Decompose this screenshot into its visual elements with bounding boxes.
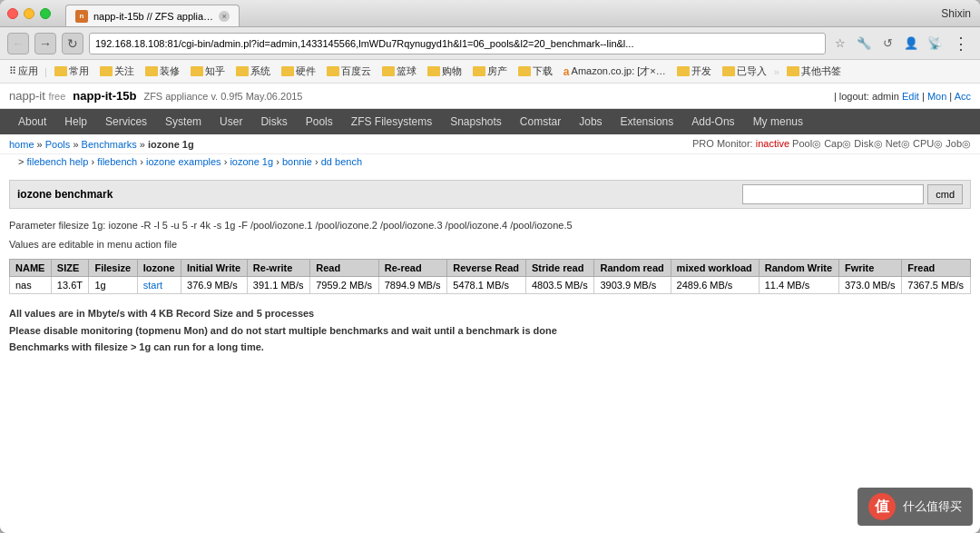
col-size: SIZE bbox=[51, 260, 89, 277]
forward-button[interactable]: → bbox=[34, 33, 56, 54]
folder-icon bbox=[327, 66, 339, 76]
acc-link[interactable]: Acc bbox=[955, 91, 971, 102]
nappit-free-label: free bbox=[48, 91, 65, 102]
cell-reread: 7894.9 MB/s bbox=[378, 277, 447, 294]
sub-filebench-help[interactable]: filebench help bbox=[26, 156, 88, 167]
bookmark-下载[interactable]: 下载 bbox=[514, 63, 557, 80]
bookmark-开发[interactable]: 开发 bbox=[672, 63, 716, 80]
col-iozone: Iozone bbox=[137, 260, 181, 277]
bookmark-装修[interactable]: 装修 bbox=[141, 63, 184, 80]
profile-icon[interactable]: 👤 bbox=[902, 35, 920, 53]
apps-button[interactable]: ⠿ 应用 bbox=[5, 63, 42, 80]
minimize-button[interactable] bbox=[24, 8, 34, 19]
bookmark-star-icon[interactable]: ☆ bbox=[831, 35, 849, 53]
nappit-auth-links: | logout: admin Edit | Mon | Acc bbox=[834, 91, 971, 102]
nav-extensions[interactable]: Extensions bbox=[612, 109, 683, 134]
col-random-write: Random Write bbox=[759, 260, 838, 277]
sub-iozone-examples[interactable]: iozone examples bbox=[146, 156, 221, 167]
col-mixed-workload: mixed workload bbox=[671, 260, 759, 277]
col-stride-read: Stride read bbox=[525, 260, 594, 277]
bookmark-label: 关注 bbox=[114, 64, 134, 78]
col-read: Read bbox=[310, 260, 379, 277]
bookmark-系统[interactable]: 系统 bbox=[231, 63, 275, 80]
sub-dd-bench[interactable]: dd bench bbox=[321, 156, 362, 167]
cell-fread: 7367.5 MB/s bbox=[902, 277, 971, 294]
tab-favicon: n bbox=[75, 10, 88, 23]
chrome-menu-button[interactable]: ⋮ bbox=[949, 34, 973, 54]
sub-bonnie[interactable]: bonnie bbox=[282, 156, 312, 167]
cast-icon[interactable]: 📡 bbox=[926, 35, 944, 53]
bookmark-篮球[interactable]: 篮球 bbox=[377, 63, 421, 80]
nav-about[interactable]: About bbox=[9, 109, 55, 134]
table-header-row: NAME SIZE Filesize Iozone Initial Write … bbox=[10, 260, 971, 277]
maximize-button[interactable] bbox=[40, 8, 51, 19]
tab-close-button[interactable]: × bbox=[219, 11, 230, 22]
bookmark-百度云[interactable]: 百度云 bbox=[322, 63, 376, 80]
active-tab[interactable]: n napp-it-15b // ZFS applia… × bbox=[65, 5, 240, 26]
cmd-input[interactable] bbox=[742, 184, 924, 204]
nav-jobs[interactable]: Jobs bbox=[570, 109, 611, 134]
address-input[interactable] bbox=[89, 33, 826, 54]
apps-label: 应用 bbox=[18, 64, 38, 78]
cell-size: 13.6T bbox=[51, 277, 89, 294]
bookmark-知乎[interactable]: 知乎 bbox=[186, 63, 230, 80]
reload-button[interactable]: ↻ bbox=[62, 33, 83, 54]
bookmark-已导入[interactable]: 已导入 bbox=[718, 63, 771, 80]
nav-snapshots[interactable]: Snapshots bbox=[441, 109, 511, 134]
nav-services[interactable]: Services bbox=[96, 109, 156, 134]
bookmark-label: 篮球 bbox=[397, 64, 416, 78]
cell-random-read: 3903.9 MB/s bbox=[594, 277, 671, 294]
mon-link[interactable]: Mon bbox=[927, 91, 946, 102]
nav-user[interactable]: User bbox=[211, 109, 251, 134]
bookmark-label: 下载 bbox=[533, 64, 553, 78]
nav-mymenus[interactable]: My menus bbox=[744, 109, 812, 134]
bookmark-amazon[interactable]: a Amazon.co.jp: [才×… bbox=[559, 63, 671, 80]
bookmark-label: 其他书签 bbox=[801, 64, 841, 78]
cmd-button[interactable]: cmd bbox=[927, 184, 963, 204]
nav-help[interactable]: Help bbox=[55, 109, 96, 134]
sub-breadcrumb: > filebench help › filebench › iozone ex… bbox=[0, 154, 980, 171]
breadcrumb-home[interactable]: home bbox=[9, 139, 34, 150]
bookmark-label: 开发 bbox=[691, 64, 711, 78]
bookmark-硬件[interactable]: 硬件 bbox=[277, 63, 320, 80]
sub-filebench[interactable]: filebench bbox=[97, 156, 137, 167]
back-button[interactable]: ← bbox=[7, 33, 29, 54]
breadcrumb-pools[interactable]: Pools bbox=[45, 139, 71, 150]
note-text: All values are in Mbyte/s with 4 KB Reco… bbox=[9, 305, 971, 356]
nav-system[interactable]: System bbox=[156, 109, 211, 134]
watermark-text: 什么值得买 bbox=[903, 498, 962, 515]
nav-pools[interactable]: Pools bbox=[297, 109, 342, 134]
bookmark-label: Amazon.co.jp: [才×… bbox=[572, 64, 666, 78]
folder-icon bbox=[236, 66, 249, 76]
bookmark-常用[interactable]: 常用 bbox=[50, 63, 93, 80]
amazon-icon: a bbox=[564, 65, 570, 78]
nav-comstar[interactable]: Comstar bbox=[511, 109, 570, 134]
breadcrumb-sep: » bbox=[37, 139, 45, 150]
nav-addons[interactable]: Add-Ons bbox=[682, 109, 743, 134]
extension-icon[interactable]: 🔧 bbox=[855, 35, 873, 53]
breadcrumb-benchmarks[interactable]: Benchmarks bbox=[82, 139, 137, 150]
nav-menu: About Help Services System User Disks Po… bbox=[0, 109, 980, 134]
close-button[interactable] bbox=[7, 8, 18, 19]
cell-reverse-read: 5478.1 MB/s bbox=[447, 277, 526, 294]
nav-disks[interactable]: Disks bbox=[251, 109, 296, 134]
separator: | bbox=[44, 66, 47, 77]
folder-icon bbox=[427, 66, 440, 76]
bookmark-购物[interactable]: 购物 bbox=[423, 63, 466, 80]
bookmark-关注[interactable]: 关注 bbox=[95, 63, 139, 80]
edit-link[interactable]: Edit bbox=[902, 91, 919, 102]
bookmark-label: 系统 bbox=[250, 64, 270, 78]
bookmark-房产[interactable]: 房产 bbox=[468, 63, 512, 80]
sub-iozone-1g[interactable]: iozone 1g bbox=[230, 156, 273, 167]
cell-name: nas bbox=[10, 277, 52, 294]
refresh-circle-icon[interactable]: ↺ bbox=[878, 35, 897, 53]
folder-icon bbox=[677, 66, 690, 76]
bookmark-label: 购物 bbox=[442, 64, 462, 78]
bookmark-其他书签[interactable]: 其他书签 bbox=[782, 63, 846, 80]
nav-zfs-filesystems[interactable]: ZFS Filesystems bbox=[342, 109, 441, 134]
start-link[interactable]: start bbox=[143, 280, 162, 291]
folder-icon bbox=[191, 66, 203, 76]
nappit-version: ZFS appliance v. 0.9f5 May.06.2015 bbox=[143, 91, 302, 102]
logout-label: | logout: admin bbox=[834, 91, 899, 102]
cell-read: 7959.2 MB/s bbox=[310, 277, 379, 294]
